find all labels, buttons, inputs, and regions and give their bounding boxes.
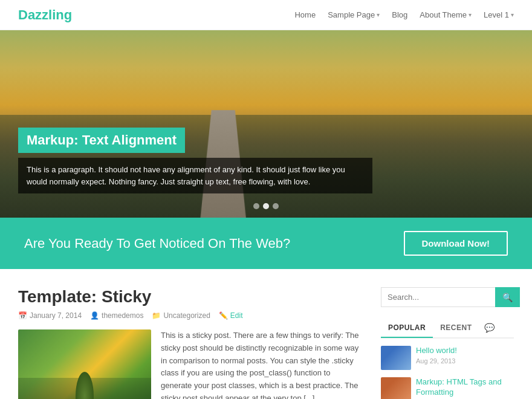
meta-category-text: Uncategorized — [163, 311, 210, 320]
download-button[interactable]: Download Now! — [404, 231, 508, 256]
calendar-icon: 📅 — [18, 311, 27, 320]
tab-recent[interactable]: RECENT — [433, 319, 479, 337]
chevron-down-icon-3: ▾ — [511, 11, 514, 18]
nav-label-sample: Sample Page — [328, 10, 375, 19]
nav-item-sample[interactable]: Sample Page ▾ — [328, 10, 380, 19]
post-info-2: Markup: HTML Tags and Formatting Jan 11,… — [416, 377, 514, 399]
hero-slider: Markup: Text Alignment This is a paragra… — [0, 30, 532, 218]
chevron-down-icon: ▾ — [377, 11, 380, 18]
article-area: Template: Sticky 📅 January 7, 2014 👤 the… — [18, 287, 363, 399]
search-box: 🔍 — [381, 287, 514, 307]
main-wrapper: Template: Sticky 📅 January 7, 2014 👤 the… — [0, 269, 532, 399]
site-logo[interactable]: Dazzling — [18, 7, 72, 23]
slider-dot-1[interactable] — [253, 203, 259, 209]
nav-item-home[interactable]: Home — [294, 10, 316, 19]
meta-date-text: January 7, 2014 — [30, 311, 82, 320]
post-thumbnail-2 — [381, 377, 411, 399]
hero-background: Markup: Text Alignment This is a paragra… — [0, 30, 532, 218]
nav-label-blog: Blog — [392, 10, 407, 19]
folder-icon: 📁 — [152, 311, 161, 320]
site-header: Dazzling Home Sample Page ▾ Blog About T… — [0, 0, 532, 30]
chevron-down-icon-2: ▾ — [469, 11, 472, 18]
article-text: This is a sticky post. There are a few t… — [161, 329, 363, 399]
edit-link-text: Edit — [230, 311, 243, 320]
tab-comments[interactable]: 💬 — [479, 318, 499, 337]
article-body: This is a sticky post. There are a few t… — [18, 329, 363, 399]
sidebar: 🔍 POPULAR RECENT 💬 Hello world! Aug 29, … — [381, 287, 514, 399]
list-item: Hello world! Aug 29, 2013 — [381, 346, 514, 370]
nav-label-home: Home — [294, 10, 316, 19]
meta-author-text: themedemos — [102, 311, 143, 320]
search-icon: 🔍 — [502, 293, 513, 302]
hero-desc-box: This is a paragraph. It should not have … — [18, 158, 372, 193]
user-icon: 👤 — [90, 311, 99, 320]
nav-label-level1: Level 1 — [484, 10, 509, 19]
article-thumbnail — [18, 329, 151, 399]
slider-dot-3[interactable] — [273, 203, 279, 209]
post-title-2[interactable]: Markup: HTML Tags and Formatting — [416, 377, 514, 398]
post-info-1: Hello world! Aug 29, 2013 — [416, 346, 514, 365]
cta-banner: Are You Ready To Get Noticed On The Web?… — [0, 218, 532, 269]
meta-category: 📁 Uncategorized — [152, 311, 210, 320]
post-date-1: Aug 29, 2013 — [416, 357, 514, 365]
cta-text: Are You Ready To Get Noticed On The Web? — [24, 236, 290, 251]
search-input[interactable] — [381, 287, 495, 307]
meta-date: 📅 January 7, 2014 — [18, 311, 82, 320]
post-title-1[interactable]: Hello world! — [416, 346, 514, 356]
sidebar-tabs: POPULAR RECENT 💬 — [381, 318, 514, 339]
search-button[interactable]: 🔍 — [495, 287, 520, 307]
post-thumbnail-1 — [381, 346, 411, 370]
hero-description: This is a paragraph. It should not have … — [27, 164, 364, 187]
nav-item-blog[interactable]: Blog — [392, 10, 407, 19]
meta-author: 👤 themedemos — [90, 311, 143, 320]
hero-overlay: Markup: Text Alignment This is a paragra… — [18, 128, 372, 193]
hero-title: Markup: Text Alignment — [27, 132, 177, 148]
nav-item-level1[interactable]: Level 1 ▾ — [484, 10, 514, 19]
nav-item-about[interactable]: About Theme ▾ — [420, 10, 472, 19]
nav-label-about: About Theme — [420, 10, 467, 19]
main-nav: Home Sample Page ▾ Blog About Theme ▾ Le… — [294, 10, 514, 19]
list-item: Markup: HTML Tags and Formatting Jan 11,… — [381, 377, 514, 399]
edit-icon: ✏️ — [219, 311, 228, 320]
meta-edit[interactable]: ✏️ Edit — [219, 311, 243, 320]
slider-dots — [253, 203, 279, 209]
article-title: Template: Sticky — [18, 287, 363, 307]
slider-dot-2[interactable] — [263, 203, 269, 209]
tab-popular[interactable]: POPULAR — [381, 319, 433, 338]
hero-title-box: Markup: Text Alignment — [18, 128, 185, 153]
article-meta: 📅 January 7, 2014 👤 themedemos 📁 Uncateg… — [18, 311, 363, 320]
